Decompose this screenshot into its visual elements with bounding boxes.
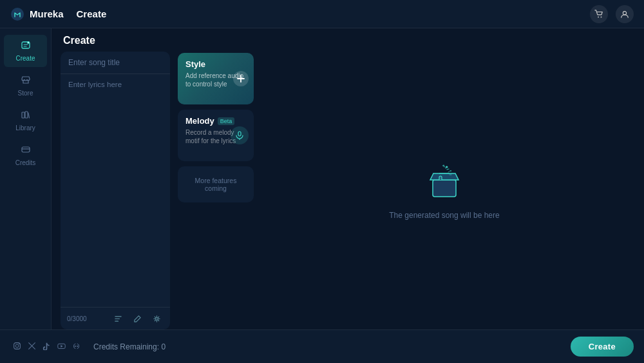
discord-icon[interactable]: [72, 342, 80, 352]
lyrics-tools: [111, 311, 164, 326]
plus-icon: [236, 74, 245, 83]
edit-tool-button[interactable]: [130, 311, 144, 326]
generated-area: The generated song will be here: [254, 52, 635, 329]
more-features-card: More features coming: [178, 166, 254, 202]
sidebar-item-credits[interactable]: Credits: [4, 139, 47, 172]
mic-icon: [235, 131, 244, 140]
melody-card-title: Melody: [185, 116, 214, 126]
svg-point-13: [450, 170, 451, 172]
bottom-left: Credits Remaining: 0: [10, 342, 166, 352]
lyrics-panel: 0/3000: [61, 52, 170, 329]
sidebar-item-store[interactable]: Store: [4, 70, 47, 102]
create-icon: [21, 40, 31, 53]
svg-point-2: [601, 16, 602, 17]
style-add-button[interactable]: [233, 71, 249, 86]
style-card-title: Style: [185, 59, 246, 69]
sidebar-item-create[interactable]: Create: [4, 35, 47, 67]
library-icon: [21, 110, 31, 123]
svg-point-9: [155, 317, 158, 320]
svg-point-14: [442, 165, 444, 166]
generated-placeholder-text: The generated song will be here: [389, 211, 499, 220]
cart-icon: [594, 10, 603, 19]
svg-point-1: [598, 16, 599, 17]
format-icon: [114, 315, 122, 323]
svg-rect-6: [22, 112, 24, 118]
svg-point-19: [75, 345, 76, 346]
melody-card[interactable]: Melody Beta Record a melody motif for th…: [178, 110, 254, 161]
svg-point-3: [623, 11, 626, 14]
page-title: Create: [63, 35, 95, 46]
svg-rect-8: [22, 147, 30, 152]
top-bar: Mureka Create: [0, 0, 644, 28]
sidebar-item-library[interactable]: Library: [4, 104, 47, 137]
svg-point-20: [77, 345, 78, 346]
melody-card-header: Melody Beta: [185, 116, 246, 126]
svg-point-12: [446, 166, 448, 168]
main-layout: Create Store Library: [0, 28, 644, 329]
content-header: Create: [52, 28, 644, 52]
song-title-input[interactable]: [61, 52, 170, 74]
char-count: 0/3000: [67, 315, 87, 322]
twitter-icon[interactable]: [28, 342, 36, 352]
credits-remaining: Credits Remaining: 0: [93, 342, 166, 351]
logo-area: Mureka: [10, 7, 64, 21]
svg-point-16: [15, 344, 19, 348]
store-icon: [21, 75, 31, 88]
more-features-text: More features coming: [185, 177, 246, 192]
cart-button[interactable]: [590, 5, 608, 23]
magic-icon: [153, 315, 161, 323]
instagram-icon[interactable]: [13, 342, 21, 352]
bottom-bar: Credits Remaining: 0 Create: [0, 329, 644, 363]
edit-icon: [133, 315, 142, 323]
sidebar-label-store: Store: [18, 90, 33, 97]
mureka-logo-icon: [10, 7, 24, 21]
top-bar-right: [590, 5, 634, 23]
content-body: 0/3000: [52, 52, 644, 329]
sidebar-label-credits: Credits: [15, 159, 36, 166]
page-title-header: Create: [77, 8, 590, 19]
style-card[interactable]: Style Add reference audio to control sty…: [178, 53, 254, 104]
content: Create 0/3000: [52, 28, 644, 329]
format-tool-button[interactable]: [111, 311, 125, 326]
sidebar-label-create: Create: [15, 55, 35, 62]
melody-mic-button[interactable]: [231, 126, 249, 144]
sidebar-label-library: Library: [15, 124, 35, 132]
magic-tool-button[interactable]: [149, 311, 164, 326]
beta-badge: Beta: [218, 117, 235, 125]
svg-point-17: [19, 343, 20, 344]
svg-rect-11: [433, 180, 456, 197]
svg-rect-7: [25, 112, 28, 118]
youtube-icon[interactable]: [57, 342, 66, 352]
logo-text: Mureka: [30, 8, 64, 19]
create-button[interactable]: Create: [571, 337, 634, 357]
credits-icon: [21, 144, 31, 157]
lyrics-footer: 0/3000: [61, 307, 170, 329]
svg-rect-10: [238, 132, 241, 136]
tiktok-icon[interactable]: [43, 342, 51, 352]
user-icon: [620, 10, 629, 19]
sidebar: Create Store Library: [0, 28, 52, 329]
social-icons: [10, 342, 83, 352]
features-panel: Style Add reference audio to control sty…: [178, 52, 254, 329]
box-illustration: [424, 162, 465, 203]
lyrics-textarea[interactable]: [61, 74, 170, 307]
svg-point-0: [11, 8, 24, 21]
user-button[interactable]: [616, 5, 634, 23]
